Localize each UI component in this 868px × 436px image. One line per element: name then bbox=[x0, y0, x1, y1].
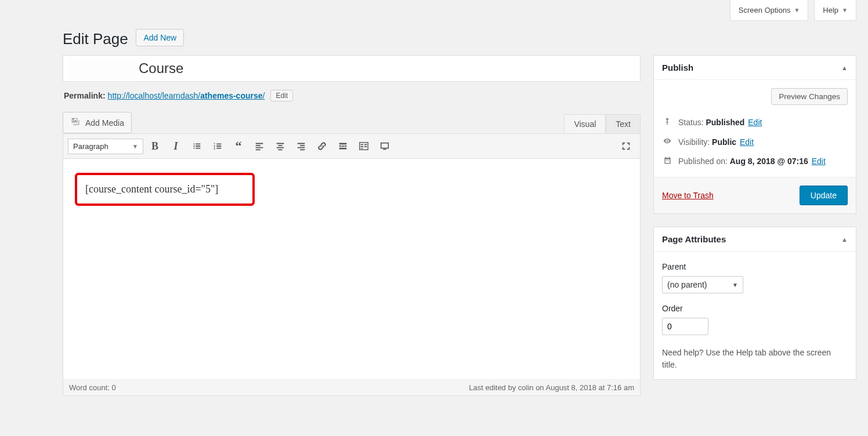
editor-toolbar: Paragraph ▼ B I “ bbox=[63, 134, 640, 159]
align-center-button[interactable] bbox=[271, 137, 290, 155]
published-on-edit-link[interactable]: Edit bbox=[812, 157, 826, 166]
link-button[interactable] bbox=[313, 137, 331, 155]
chevron-down-icon: ▼ bbox=[132, 143, 138, 150]
permalink-link[interactable]: http://localhost/learndash/athemes-cours… bbox=[108, 91, 265, 100]
chevron-up-icon: ▲ bbox=[841, 64, 848, 71]
permalink-label: Permalink: bbox=[64, 91, 106, 100]
add-new-button[interactable]: Add New bbox=[136, 29, 184, 46]
insert-more-button[interactable] bbox=[334, 137, 352, 155]
preview-changes-button[interactable]: Preview Changes bbox=[771, 88, 848, 105]
publish-box-header[interactable]: Publish ▲ bbox=[654, 56, 856, 80]
calendar-icon bbox=[662, 156, 672, 166]
pin-icon bbox=[662, 117, 672, 128]
distraction-free-button[interactable] bbox=[375, 137, 394, 155]
update-button[interactable]: Update bbox=[800, 186, 848, 205]
eye-icon bbox=[662, 137, 672, 147]
add-media-label: Add Media bbox=[85, 118, 124, 128]
post-title-wrap bbox=[63, 55, 641, 82]
permalink-edit-button[interactable]: Edit bbox=[270, 90, 293, 101]
media-icon bbox=[70, 117, 81, 129]
publish-box-title: Publish bbox=[662, 63, 693, 72]
italic-button[interactable]: I bbox=[167, 137, 185, 155]
shortcode-highlight: [course_content course_id="5"] bbox=[75, 173, 255, 206]
chevron-down-icon: ▼ bbox=[842, 7, 848, 13]
editor-visual-tab[interactable]: Visual bbox=[564, 114, 606, 133]
shortcode-text: [course_content course_id="5"] bbox=[85, 183, 218, 195]
page-title: Edit Page bbox=[63, 30, 128, 48]
fullscreen-button[interactable] bbox=[617, 137, 635, 155]
page-attributes-header[interactable]: Page Attributes ▲ bbox=[654, 227, 856, 252]
attributes-help-text: Need help? Use the Help tab above the sc… bbox=[662, 347, 848, 371]
redacted-overlay bbox=[68, 59, 138, 80]
help-label: Help bbox=[823, 6, 838, 14]
visibility-row: Visibility: Public Edit bbox=[662, 132, 848, 151]
status-edit-link[interactable]: Edit bbox=[748, 118, 762, 127]
editor-box: Paragraph ▼ B I “ bbox=[63, 133, 641, 396]
screen-options-label: Screen Options bbox=[739, 6, 791, 14]
editor-text-tab[interactable]: Text bbox=[606, 114, 641, 133]
parent-select-value: (no parent) bbox=[667, 280, 707, 289]
word-count: Word count: 0 bbox=[69, 383, 116, 392]
add-media-button[interactable]: Add Media bbox=[63, 112, 132, 133]
align-right-button[interactable] bbox=[292, 137, 310, 155]
parent-label: Parent bbox=[662, 262, 848, 271]
chevron-up-icon: ▲ bbox=[841, 236, 848, 243]
editor-content-area[interactable]: [course_content course_id="5"] bbox=[63, 159, 640, 379]
blockquote-button[interactable]: “ bbox=[229, 137, 248, 155]
numbered-list-button[interactable] bbox=[208, 137, 227, 155]
order-input[interactable] bbox=[662, 318, 708, 335]
parent-select[interactable]: (no parent) ▼ bbox=[662, 276, 743, 293]
move-to-trash-link[interactable]: Move to Trash bbox=[662, 191, 714, 200]
last-edited: Last edited by colin on August 8, 2018 a… bbox=[469, 383, 634, 392]
toolbar-toggle-button[interactable] bbox=[355, 137, 373, 155]
format-select-label: Paragraph bbox=[73, 142, 108, 151]
bold-button[interactable]: B bbox=[146, 137, 164, 155]
format-select[interactable]: Paragraph ▼ bbox=[68, 139, 143, 154]
editor-footer: Word count: 0 Last edited by colin on Au… bbox=[63, 379, 640, 395]
page-attributes-title: Page Attributes bbox=[662, 234, 726, 244]
publish-box: Publish ▲ Preview Changes Status: Publis… bbox=[653, 55, 856, 214]
status-row: Status: Published Edit bbox=[662, 112, 848, 132]
published-on-row: Published on: Aug 8, 2018 @ 07:16 Edit bbox=[662, 151, 848, 171]
post-title-input[interactable] bbox=[70, 60, 633, 77]
visibility-edit-link[interactable]: Edit bbox=[740, 137, 754, 147]
help-tab[interactable]: Help ▼ bbox=[814, 0, 856, 21]
align-left-button[interactable] bbox=[250, 137, 269, 155]
screen-options-tab[interactable]: Screen Options ▼ bbox=[730, 0, 809, 21]
page-attributes-box: Page Attributes ▲ Parent (no parent) ▼ O… bbox=[653, 227, 856, 380]
permalink-row: Permalink: http://localhost/learndash/at… bbox=[63, 86, 641, 112]
order-label: Order bbox=[662, 304, 848, 313]
chevron-down-icon: ▼ bbox=[794, 7, 800, 13]
svg-rect-2 bbox=[383, 149, 386, 150]
chevron-down-icon: ▼ bbox=[732, 282, 738, 288]
svg-rect-1 bbox=[381, 143, 389, 148]
bullet-list-button[interactable] bbox=[187, 137, 206, 155]
